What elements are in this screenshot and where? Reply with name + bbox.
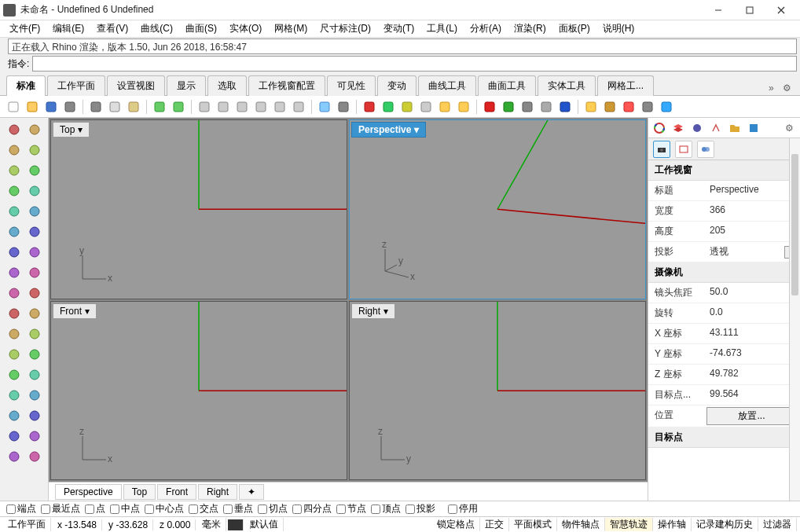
panel-scrollbar[interactable] (789, 138, 800, 501)
select-icon[interactable] (290, 98, 307, 116)
rotate-icon[interactable] (215, 98, 232, 116)
help-panel-icon[interactable] (746, 120, 761, 136)
ghost-icon[interactable] (398, 98, 416, 116)
shade-icon[interactable] (380, 98, 397, 116)
menu-item[interactable]: 曲面(S) (181, 20, 222, 37)
osnap-checkbox[interactable] (223, 504, 233, 514)
menu-item[interactable]: 查看(V) (92, 20, 133, 37)
prop-rot-value[interactable]: 0.0 (703, 303, 800, 323)
osnap-checkbox[interactable] (406, 504, 415, 514)
more-tabs-icon[interactable]: » (769, 83, 780, 94)
open-icon[interactable] (24, 98, 41, 116)
status-toggle[interactable]: 正交 (480, 518, 509, 531)
osnap-中心点[interactable]: 中心点 (145, 502, 184, 515)
materials-icon[interactable] (708, 120, 724, 136)
rotate-tool-icon[interactable] (25, 447, 44, 466)
toolbar-tab[interactable]: 网格工... (597, 75, 654, 96)
prop-target-value[interactable]: 99.564 (703, 385, 800, 405)
grid-icon[interactable] (335, 98, 352, 116)
points-tool-icon[interactable] (25, 202, 44, 221)
polygon-tool-icon[interactable] (25, 182, 44, 200)
osnap-checkbox[interactable] (145, 504, 154, 514)
wire-icon[interactable] (417, 98, 435, 116)
toolbar-tab[interactable]: 工作平面 (47, 75, 105, 96)
add-viewport-button[interactable]: ✦ (239, 484, 264, 500)
menu-item[interactable]: 面板(P) (554, 20, 595, 37)
osnap-节点[interactable]: 节点 (336, 502, 366, 515)
pan-icon[interactable] (196, 98, 213, 116)
menu-item[interactable]: 实体(O) (225, 20, 266, 37)
osnap-checkbox[interactable] (85, 504, 94, 514)
menu-item[interactable]: 曲线(C) (136, 20, 178, 37)
toolbar-tab[interactable]: 曲面工具 (478, 75, 536, 96)
status-toggle[interactable]: 操作轴 (653, 518, 692, 531)
gear-icon[interactable]: ⚙ (783, 83, 794, 94)
status-toggle[interactable]: 记录建构历史 (692, 518, 758, 531)
prop-z-value[interactable]: 49.782 (703, 365, 800, 384)
viewport-right[interactable]: Right▾ y z (349, 301, 646, 481)
extrude-tool-icon[interactable] (5, 263, 24, 282)
curve-tool-icon[interactable] (5, 202, 24, 221)
rect-tool-icon[interactable] (5, 182, 24, 200)
cplane-icon[interactable] (316, 98, 333, 116)
menu-item[interactable]: 工具(L) (422, 20, 462, 37)
viewport-tab[interactable]: Right (198, 484, 237, 500)
box-tool-icon[interactable] (5, 284, 24, 303)
status-toggle[interactable]: 物件轴点 (557, 518, 605, 531)
toolbar-tab[interactable]: 可见性 (327, 75, 376, 96)
osnap-checkbox[interactable] (336, 504, 346, 514)
osnap-点[interactable]: 点 (85, 502, 105, 515)
maximize-button[interactable] (734, 1, 765, 20)
pointer-tool-icon[interactable] (5, 120, 24, 139)
osnap-中点[interactable]: 中点 (110, 502, 140, 515)
circle-tool-icon[interactable] (5, 161, 24, 180)
gray2-icon[interactable] (538, 98, 555, 116)
arc-tool-icon[interactable] (25, 161, 44, 180)
hatch-tool-icon[interactable] (5, 365, 24, 384)
link-tab-icon[interactable] (697, 141, 714, 158)
chamfer-tool-icon[interactable] (25, 243, 44, 262)
toolbar-tab[interactable]: 显示 (167, 75, 206, 96)
gear-icon[interactable]: ⚙ (781, 120, 797, 136)
car-render-icon[interactable] (361, 98, 378, 116)
prop-width-value[interactable]: 366 (703, 201, 800, 221)
copy-icon[interactable] (106, 98, 123, 116)
gears-icon[interactable] (601, 98, 618, 116)
prop-y-value[interactable]: -74.673 (703, 344, 800, 364)
sun-icon[interactable] (455, 98, 472, 116)
close-button[interactable] (765, 1, 797, 20)
redo-icon[interactable] (170, 98, 187, 116)
menu-item[interactable]: 编辑(E) (48, 20, 89, 37)
zoom-icon[interactable] (233, 98, 251, 116)
osnap-垂点[interactable]: 垂点 (223, 502, 253, 515)
menu-item[interactable]: 尺寸标注(D) (315, 20, 376, 37)
camera-tab-icon[interactable] (653, 141, 670, 158)
paste-icon[interactable] (125, 98, 142, 116)
osnap-checkbox[interactable] (41, 504, 50, 514)
lasso-tool-icon[interactable] (25, 120, 44, 139)
command-input[interactable] (32, 56, 797, 72)
prop-title-value[interactable]: Perspective (703, 181, 800, 200)
status-layer-swatch[interactable] (228, 519, 244, 530)
light-icon[interactable] (436, 98, 453, 116)
print-icon[interactable] (61, 98, 79, 116)
blue-sphere-icon[interactable] (556, 98, 574, 116)
osnap-disable[interactable]: 停用 (448, 502, 478, 515)
cut-icon[interactable] (87, 98, 105, 116)
viewport-tab[interactable]: Top (123, 484, 156, 500)
osnap-切点[interactable]: 切点 (258, 502, 288, 515)
gray1-icon[interactable] (519, 98, 536, 116)
dimension-tool-icon[interactable] (5, 345, 24, 364)
layers-icon[interactable] (670, 120, 686, 136)
osnap-checkbox[interactable] (6, 504, 16, 514)
viewport-tab[interactable]: Front (157, 484, 196, 500)
osnap-checkbox[interactable] (258, 504, 267, 514)
osnap-checkbox[interactable] (292, 504, 302, 514)
osnap-checkbox[interactable] (110, 504, 119, 514)
render-icon[interactable] (689, 120, 705, 136)
undo-icon[interactable] (151, 98, 168, 116)
cone-tool-icon[interactable] (25, 304, 44, 323)
toolbar-tab[interactable]: 选取 (207, 75, 247, 96)
explode-tool-icon[interactable] (5, 406, 24, 425)
status-toggle[interactable]: 过滤器 (758, 518, 797, 531)
